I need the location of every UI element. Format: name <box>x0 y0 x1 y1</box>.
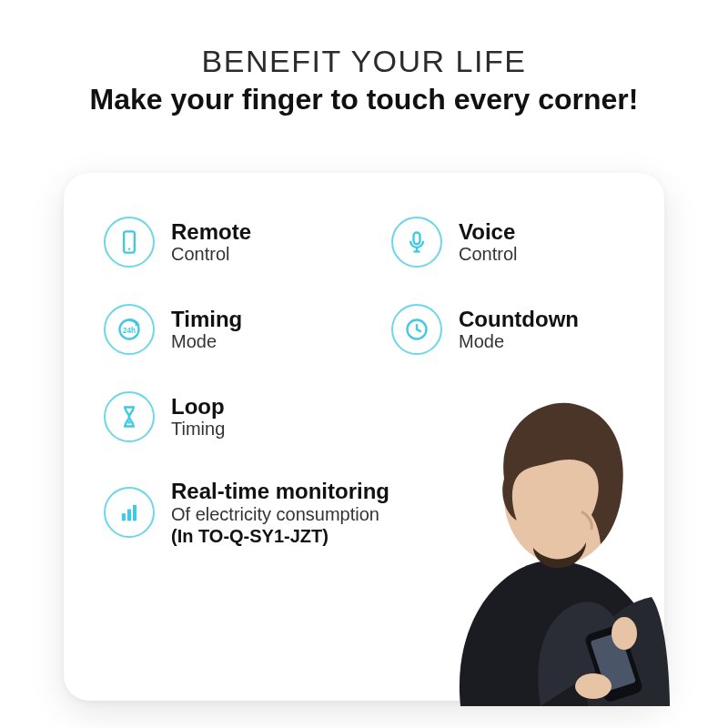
feature-subtitle: Of electricity consumption <box>171 504 389 525</box>
feature-title: Countdown <box>459 307 579 332</box>
clock-icon <box>391 304 442 355</box>
hourglass-icon <box>104 391 155 442</box>
phone-icon <box>104 217 155 268</box>
feature-voice: Voice Control <box>391 217 624 268</box>
svg-point-11 <box>416 329 418 330</box>
feature-remote-text: Remote Control <box>171 219 251 266</box>
svg-point-19 <box>612 617 637 650</box>
svg-rect-13 <box>127 510 131 521</box>
feature-countdown-text: Countdown Mode <box>459 307 579 353</box>
svg-point-1 <box>128 248 130 249</box>
feature-monitoring: Real-time monitoring Of electricity cons… <box>104 479 624 547</box>
feature-title: Remote <box>171 219 251 245</box>
feature-subtitle: Timing <box>171 419 225 440</box>
svg-point-18 <box>575 673 612 699</box>
svg-rect-17 <box>591 632 636 692</box>
feature-title: Voice <box>459 219 517 245</box>
microphone-icon <box>391 217 442 268</box>
features-card: Remote Control Voice Control <box>64 173 664 701</box>
bar-chart-icon <box>104 487 155 538</box>
feature-subtitle: Control <box>171 244 251 265</box>
svg-rect-2 <box>414 233 420 245</box>
page-subtitle: Make your finger to touch every corner! <box>0 83 728 116</box>
feature-countdown: Countdown Mode <box>391 304 624 355</box>
header: BENEFIT YOUR LIFE Make your finger to to… <box>0 0 728 116</box>
feature-loop-text: Loop Timing <box>171 394 225 440</box>
feature-subtitle: Mode <box>171 331 242 352</box>
feature-subtitle: Mode <box>459 331 579 352</box>
svg-rect-14 <box>133 505 136 521</box>
feature-title: Loop <box>171 394 225 420</box>
feature-remote: Remote Control <box>104 217 337 268</box>
svg-rect-16 <box>583 623 643 703</box>
svg-text:24h: 24h <box>123 327 136 335</box>
feature-note: (In TO-Q-SY1-JZT) <box>171 525 389 547</box>
feature-loop: Loop Timing <box>104 391 337 442</box>
timer-24h-icon: 24h <box>104 304 155 355</box>
feature-title: Timing <box>171 307 242 332</box>
svg-rect-12 <box>122 513 126 521</box>
feature-timing-text: Timing Mode <box>171 307 242 353</box>
feature-title: Real-time monitoring <box>171 479 389 504</box>
feature-monitoring-text: Real-time monitoring Of electricity cons… <box>171 479 389 547</box>
feature-timing: 24h Timing Mode <box>104 304 337 355</box>
page-title: BENEFIT YOUR LIFE <box>0 44 728 79</box>
feature-voice-text: Voice Control <box>459 219 517 266</box>
feature-subtitle: Control <box>459 244 517 265</box>
features-grid: Remote Control Voice Control <box>104 217 624 547</box>
